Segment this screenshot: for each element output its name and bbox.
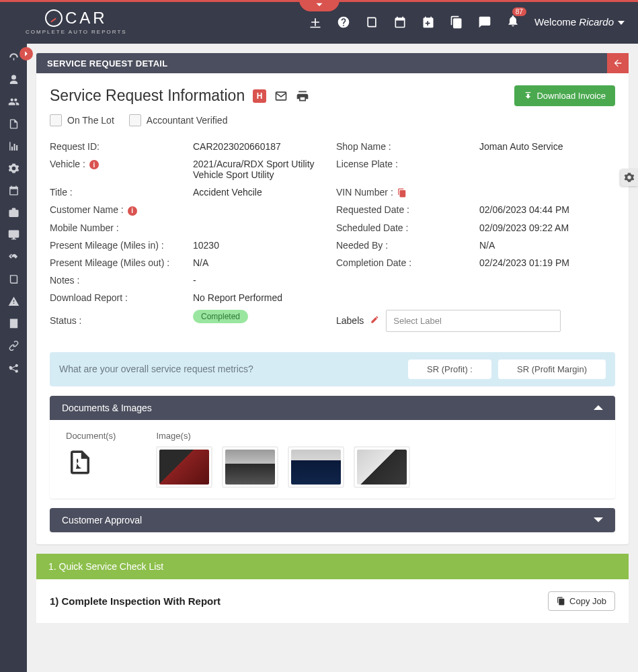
license-value [479,159,623,180]
chart-icon[interactable] [8,140,19,152]
status-label: Status : [50,315,193,326]
vin-label: VIN Number : [336,187,479,198]
chevron-right-icon [23,50,30,57]
download-report-value: No Report Performed [193,292,623,303]
notes-label: Notes : [50,275,193,286]
print-icon[interactable] [296,89,309,103]
calendar-icon[interactable] [393,15,407,29]
download-report-label: Download Report : [50,292,193,303]
brand-name: CAR [65,9,108,28]
top-bar: CAR COMPLETE AUTO REPORTS 87 Welcome Ric… [0,0,638,44]
chip-profit-margin[interactable]: SR (Profit Margin) [498,360,606,379]
pull-down-tab[interactable] [299,0,340,11]
sidebar-expand-toggle[interactable] [19,47,33,60]
documents-panel-body: Document(s) Image(s) [50,420,615,499]
quick-service-body: 1) Complete Inspection With Report Copy … [36,579,629,623]
miles-in-value: 10230 [193,240,336,251]
image-thumbnail-1[interactable] [156,446,212,488]
pdf-icon [66,446,94,478]
handshake-icon[interactable] [8,251,19,263]
vehicle-add-icon[interactable] [309,15,322,29]
bell-icon [506,14,520,28]
chat-icon[interactable] [478,15,491,29]
expand-icon [594,517,603,522]
customer-label: Customer Name :i [50,204,193,215]
notification-badge: 87 [512,7,526,16]
mobile-value [193,222,336,233]
document-icon[interactable] [8,118,19,130]
title-label: Title : [50,187,193,198]
monitor-icon[interactable] [8,229,19,241]
brand-logo[interactable]: CAR COMPLETE AUTO REPORTS [26,9,127,35]
checkbox-icon [50,114,62,126]
book-icon[interactable] [365,15,378,29]
notifications[interactable]: 87 [506,14,520,30]
info-card: Service Request Information H Download I… [36,73,629,544]
info-icon[interactable]: i [128,206,137,216]
mobile-label: Mobile Number : [50,222,193,233]
settings-drawer-toggle[interactable] [621,169,638,186]
image-thumbnails [156,446,599,488]
images-col: Image(s) [156,431,599,488]
edit-labels-button[interactable] [370,315,379,326]
copy-icon[interactable] [397,188,407,198]
gauge-icon [45,9,63,27]
pdf-document[interactable] [66,446,94,478]
labels-select[interactable]: Select Label [386,310,561,332]
high-priority-badge: H [253,89,266,103]
approval-panel-header[interactable]: Customer Approval [50,508,615,532]
settings-link-icon[interactable] [8,163,19,174]
files-icon[interactable] [450,15,463,29]
sidebar [0,44,27,672]
arrow-left-icon [612,58,623,69]
info-icon[interactable]: i [89,160,99,169]
page-title: SERVICE REQUEST DETAIL [47,58,167,69]
copy-job-button[interactable]: Copy Job [548,591,615,611]
accountant-verified-checkbox[interactable]: Accountant Verified [129,114,228,126]
chevron-down-icon [315,1,323,9]
image-thumbnail-3[interactable] [288,446,344,488]
documents-col: Document(s) [66,431,116,488]
image-thumbnail-2[interactable] [222,446,278,488]
metrics-chips: SR (Profit) : SR (Profit Margin) [408,360,606,379]
receipt-icon[interactable] [8,318,19,329]
users-icon[interactable] [8,96,19,108]
calendar-side-icon[interactable] [8,185,19,196]
details-grid: Request ID: CAR2023020660187 Shop Name :… [50,141,615,332]
link-icon[interactable] [8,340,19,351]
main-content: SERVICE REQUEST DETAIL Service Request I… [27,44,638,672]
completion-label: Completion Date : [336,257,479,268]
card-heading: Service Request Information [50,87,245,105]
request-id-value: CAR2023020660187 [193,141,336,152]
quick-service-header[interactable]: 1. Quick Service Check List [36,554,629,579]
needed-label: Needed By : [336,240,479,251]
book-side-icon[interactable] [8,274,19,285]
calendar-add-icon[interactable] [422,15,435,29]
scheduled-label: Scheduled Date : [336,222,479,233]
share-icon[interactable] [8,362,19,374]
mail-icon[interactable] [274,89,288,103]
vehicle-value: 2021/Acura/RDX Sport Utility Vehicle Spo… [193,159,336,180]
warning-icon[interactable] [8,296,19,307]
documents-panel-header[interactable]: Documents & Images [50,396,615,420]
question-icon[interactable] [337,15,350,29]
documents-panel: Documents & Images Document(s) Image(s) [50,396,615,499]
status-checks: On The Lot Accountant Verified [50,114,615,126]
chip-profit[interactable]: SR (Profit) : [408,360,491,379]
status-value-cell: Completed [193,310,336,332]
labels-label: Labels [336,315,364,326]
image-thumbnail-4[interactable] [354,446,410,488]
back-button[interactable] [607,53,629,73]
card-heading-row: Service Request Information H [50,87,309,105]
copy-icon [557,597,565,605]
user-menu[interactable]: Welcome Ricardo [534,16,625,28]
on-the-lot-checkbox[interactable]: On The Lot [50,114,114,126]
user-icon[interactable] [8,74,19,85]
metrics-question: What are your overall service request me… [59,364,253,374]
download-invoice-button[interactable]: Download Invoice [514,85,615,106]
page-titlebar: SERVICE REQUEST DETAIL [36,53,629,73]
dashboard-icon[interactable] [8,52,19,63]
briefcase-icon[interactable] [8,207,19,218]
quick-service-panel: 1. Quick Service Check List 1) Complete … [36,554,629,623]
request-id-label: Request ID: [50,141,193,152]
